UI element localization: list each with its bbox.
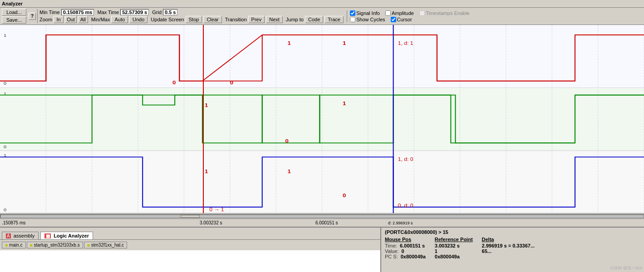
cursor-label: Cursor bbox=[397, 17, 412, 22]
ref-pcs-value: 0x800049a bbox=[435, 254, 460, 259]
value-label: Value: bbox=[385, 248, 398, 254]
timestamps-label: Timestamps Enable bbox=[426, 10, 470, 16]
zoom-out-button[interactable]: Out bbox=[65, 16, 77, 23]
update-screen-label: Update Screen bbox=[151, 17, 184, 22]
amplitude-label: Amplitude bbox=[392, 10, 414, 16]
show-cycles-checkbox[interactable]: Show Cycles bbox=[350, 17, 385, 22]
svg-text:1,  d: 0: 1, d: 0 bbox=[398, 157, 413, 162]
scrollbar-thumb[interactable] bbox=[181, 215, 200, 218]
cursor-checkbox[interactable]: Cursor bbox=[391, 17, 412, 22]
svg-text:1: 1 bbox=[343, 100, 346, 106]
ref-value-value: 1 bbox=[435, 248, 438, 254]
amplitude-checkbox[interactable]: Amplitude bbox=[385, 10, 414, 16]
tab-assembly[interactable]: A assembly bbox=[2, 232, 39, 239]
grid-value: 0.5 s bbox=[163, 9, 177, 15]
zoom-all-button[interactable]: All bbox=[78, 16, 88, 23]
scrollbar-track[interactable] bbox=[0, 214, 644, 218]
transition-next-button[interactable]: Next bbox=[266, 16, 283, 23]
time-cursor-info: d: 2.996919 s bbox=[388, 221, 413, 225]
file-tabs-bar: ■ main.c ■ startup_stm32f103xb.s ■ stm32… bbox=[0, 239, 380, 250]
app-title: Analyzer bbox=[2, 1, 23, 6]
transition-prev-button[interactable]: Prev bbox=[248, 16, 265, 23]
grid-label: Grid bbox=[152, 10, 162, 15]
svg-text:1: 1 bbox=[4, 33, 6, 38]
svg-text:0: 0 bbox=[4, 81, 6, 86]
tab-assembly-label: assembly bbox=[14, 233, 34, 238]
watermark: CSDN @东一410 bbox=[610, 265, 642, 271]
time-ruler: .150875 ms 3.003232 s 6.000151 s d: 2.99… bbox=[0, 219, 644, 227]
show-cycles-label: Show Cycles bbox=[356, 17, 385, 22]
ref-point-col: Reference Point 3.003232 s 1 0x800049a bbox=[435, 237, 473, 259]
time-mid1: 3.003232 s bbox=[200, 220, 222, 225]
file-main-label: main.c bbox=[9, 243, 22, 248]
svg-text:1: 1 bbox=[205, 102, 208, 108]
signal-info-checkbox[interactable]: Signal Info bbox=[350, 10, 380, 16]
delta-val-value: 65... bbox=[482, 248, 492, 254]
save-button[interactable]: Save... bbox=[2, 16, 26, 24]
ref-point-header: Reference Point bbox=[435, 237, 473, 242]
file-startup-label: startup_stm32f103xb.s bbox=[34, 243, 80, 248]
timestamps-checkbox[interactable]: Timestamps Enable bbox=[419, 10, 470, 16]
svg-text:0: 0 bbox=[4, 145, 6, 149]
expression-display: (PORTC&0x00008000) > 15 bbox=[385, 229, 640, 235]
scrollbar[interactable] bbox=[0, 213, 644, 219]
max-time-value: 52.57309 s bbox=[120, 9, 149, 15]
logic-analyzer-icon: ▦ bbox=[44, 233, 51, 238]
svg-text:1: 1 bbox=[205, 168, 208, 174]
time-label: Time: bbox=[385, 243, 397, 248]
tab-logic-analyzer[interactable]: ▦ Logic Analyzer bbox=[40, 232, 93, 239]
ref-time-value: 3.003232 s bbox=[435, 243, 460, 248]
zoom-label: Zoom bbox=[39, 17, 52, 22]
waveform-svg: 1 0 1 0 1 0 bbox=[0, 25, 644, 213]
time-mid2: 6.000151 s bbox=[315, 220, 338, 225]
svg-text:1: 1 bbox=[287, 40, 290, 46]
jump-trace-button[interactable]: Trace bbox=[324, 16, 344, 23]
transition-label: Transition bbox=[225, 17, 247, 22]
svg-text:0: 0 bbox=[172, 79, 176, 85]
signal-info-label: Signal Info bbox=[356, 10, 380, 16]
minmax-auto-button[interactable]: Auto bbox=[111, 16, 128, 23]
file-main-icon: ■ bbox=[5, 243, 8, 248]
delta-time-value: 2.996919 s = 0.33367... bbox=[482, 243, 535, 248]
time-left: .150875 ms bbox=[2, 220, 25, 225]
delta-header: Delta bbox=[482, 237, 535, 242]
mouse-pos-header: Mouse Pos bbox=[385, 237, 426, 242]
svg-text:0 → 1: 0 → 1 bbox=[209, 207, 224, 212]
file-hal-icon: ■ bbox=[87, 243, 90, 248]
max-time-label: Max Time bbox=[97, 10, 119, 15]
pcs-label: PC S: bbox=[385, 254, 398, 259]
time-value: 6.000151 s bbox=[400, 243, 425, 248]
minmax-undo-button[interactable]: Undo bbox=[129, 16, 147, 23]
help-button[interactable]: ? bbox=[29, 13, 36, 20]
value-value: 0 bbox=[401, 248, 404, 254]
jump-label: Jump to bbox=[286, 17, 304, 22]
svg-text:0: 0 bbox=[343, 192, 346, 198]
min-time-value: 0.150875 ms bbox=[61, 9, 94, 15]
svg-text:0: 0 bbox=[285, 138, 288, 144]
pcs-value: 0x800049a bbox=[401, 254, 426, 259]
minmax-label: Min/Max bbox=[91, 17, 110, 22]
update-clear-button[interactable]: Clear bbox=[203, 16, 221, 23]
file-startup-icon: ■ bbox=[30, 243, 33, 248]
mouse-pos-col: Mouse Pos Time: 6.000151 s Value: 0 PC S… bbox=[385, 237, 426, 259]
svg-text:1: 1 bbox=[287, 168, 290, 174]
delta-col: Delta 2.996919 s = 0.33367... 65... bbox=[482, 237, 535, 259]
tab-logic-analyzer-label: Logic Analyzer bbox=[54, 233, 89, 238]
file-hal-label: stm32f1xx_hal.c bbox=[91, 243, 124, 248]
load-button[interactable]: Load... bbox=[2, 9, 26, 16]
file-tab-main[interactable]: ■ main.c bbox=[2, 242, 26, 248]
title-bar: Analyzer bbox=[0, 0, 644, 8]
update-stop-button[interactable]: Stop bbox=[186, 16, 202, 23]
file-tab-startup[interactable]: ■ startup_stm32f103xb.s bbox=[27, 242, 83, 248]
zoom-in-button[interactable]: In bbox=[54, 16, 64, 23]
waveform-area[interactable]: 1 0 1 0 1 0 bbox=[0, 25, 644, 213]
svg-text:0: 0 bbox=[4, 207, 6, 212]
svg-text:0: 0 bbox=[230, 79, 233, 85]
assembly-icon: A bbox=[6, 233, 11, 238]
jump-code-button[interactable]: Code bbox=[305, 16, 323, 23]
svg-text:1: 1 bbox=[343, 40, 346, 46]
svg-text:0,  d: 0: 0, d: 0 bbox=[398, 203, 413, 208]
svg-text:1,  d: 1: 1, d: 1 bbox=[398, 41, 413, 46]
file-tab-hal[interactable]: ■ stm32f1xx_hal.c bbox=[84, 242, 127, 248]
min-time-label: Min Time bbox=[39, 10, 60, 15]
